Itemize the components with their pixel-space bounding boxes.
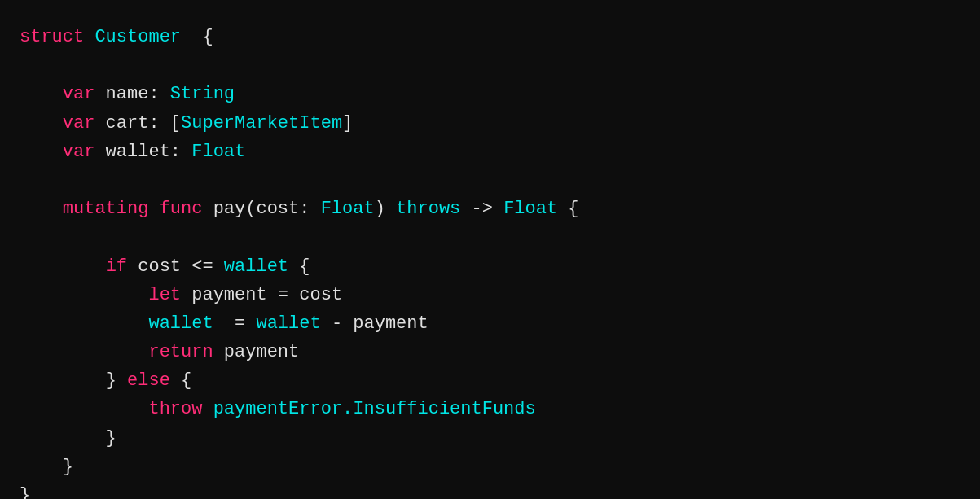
code-token (20, 80, 63, 108)
code-token: ] (342, 109, 353, 138)
code-line: var wallet: Float (20, 138, 960, 166)
code-token (20, 109, 63, 138)
code-token: paymentError.InsufficientFunds (213, 395, 536, 423)
code-token (20, 395, 148, 423)
code-token: { (170, 366, 191, 395)
code-line: var cart: [SuperMarketItem] (20, 109, 960, 138)
code-token: pay(cost: (202, 195, 320, 223)
code-token: var (63, 80, 95, 108)
code-token: name: (94, 80, 169, 108)
code-token: if (106, 252, 127, 281)
code-token: Float (191, 138, 245, 166)
code-token (116, 366, 127, 395)
code-token: wallet (256, 309, 320, 338)
code-token: } (106, 366, 116, 395)
code-token: - payment (321, 309, 428, 338)
code-token: Float (321, 195, 375, 223)
code-line (20, 51, 960, 80)
code-token: String (170, 80, 235, 108)
code-token: mutating (63, 195, 149, 223)
code-token: } (20, 481, 30, 499)
code-token (20, 195, 63, 223)
code-line: if cost <= wallet { (20, 252, 960, 281)
code-line: } (20, 481, 960, 499)
code-token: { (288, 252, 310, 281)
code-line (20, 166, 960, 195)
code-line: return payment (20, 338, 960, 366)
code-token (84, 23, 94, 51)
code-line: } (20, 453, 960, 481)
code-token: cart: [ (94, 109, 181, 138)
code-token: throws (396, 195, 460, 223)
code-token: wallet (148, 309, 213, 338)
code-token: -> (460, 195, 503, 223)
code-token: Float (503, 195, 557, 223)
code-token: payment (213, 338, 300, 366)
code-token: { (557, 195, 578, 223)
code-token: } (20, 453, 73, 481)
code-line: throw paymentError.InsufficientFunds (20, 395, 960, 423)
code-line: } (20, 424, 960, 453)
code-token: else (127, 366, 170, 395)
code-editor: struct Customer { var name: String var c… (0, 0, 980, 499)
code-token (202, 395, 213, 423)
code-line (20, 223, 960, 252)
code-token (20, 309, 148, 338)
code-line: } else { (20, 366, 960, 395)
code-block: struct Customer { var name: String var c… (20, 23, 960, 499)
code-line: var name: String (20, 80, 960, 108)
code-token: struct (20, 23, 84, 51)
code-token: cost <= (127, 252, 224, 281)
code-token: var (63, 138, 95, 166)
code-token: } (20, 424, 116, 453)
code-token: let (148, 281, 181, 309)
code-token: wallet (224, 252, 288, 281)
code-token: payment = cost (181, 281, 342, 309)
code-token: Customer (94, 23, 181, 51)
code-line: wallet = wallet - payment (20, 309, 960, 338)
code-token (20, 281, 148, 309)
code-token: return (148, 338, 213, 366)
code-token (148, 195, 159, 223)
code-token: ) (375, 195, 396, 223)
code-token (20, 252, 106, 281)
code-token: SuperMarketItem (181, 109, 342, 138)
code-token: = (213, 309, 257, 338)
code-token: wallet: (94, 138, 191, 166)
code-token (20, 138, 63, 166)
code-token (20, 366, 106, 395)
code-token: throw (148, 395, 202, 423)
code-token: var (63, 109, 95, 138)
code-token: func (160, 195, 203, 223)
code-token (20, 338, 148, 366)
code-line: let payment = cost (20, 281, 960, 309)
code-token: { (181, 23, 213, 51)
code-line: mutating func pay(cost: Float) throws ->… (20, 195, 960, 223)
code-line: struct Customer { (20, 23, 960, 51)
